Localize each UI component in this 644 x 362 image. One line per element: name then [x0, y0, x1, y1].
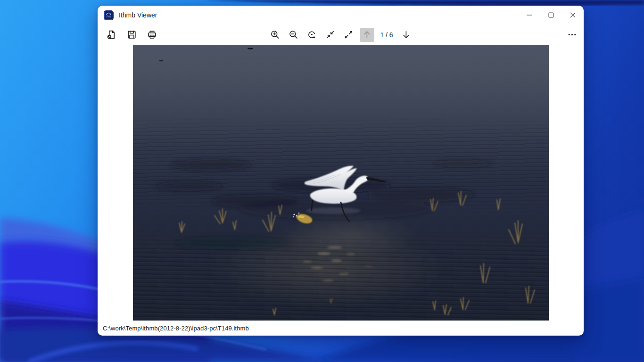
down-arrow-icon: [401, 30, 411, 40]
zoom-out-button[interactable]: [286, 28, 300, 42]
expand-icon: [344, 30, 354, 40]
file-path: C:\work\Temp\ithmb(2012-8-22)\ipad3-pc\T…: [103, 325, 249, 332]
toolbar-file-group: [104, 28, 159, 42]
next-image-button[interactable]: [399, 28, 413, 42]
bird-reflection: [306, 207, 361, 214]
app-window: ITHB Ithmb Viewer: [98, 6, 584, 336]
more-button[interactable]: [565, 28, 579, 42]
rotate-button[interactable]: [305, 28, 319, 42]
zoom-in-icon: [270, 30, 280, 40]
window-controls: [519, 6, 584, 25]
statusbar: C:\work\Temp\ithmb(2012-8-22)\ipad3-pc\T…: [98, 321, 584, 336]
expand-button[interactable]: [341, 28, 355, 42]
more-icon: [567, 30, 577, 40]
minimize-button[interactable]: [519, 6, 540, 25]
maximize-button[interactable]: [540, 6, 562, 25]
close-button[interactable]: [562, 6, 584, 25]
desktop-wallpaper: ITHB Ithmb Viewer: [0, 0, 644, 362]
distant-specks: [159, 48, 254, 61]
light-reflection-streaks: [303, 246, 373, 281]
print-icon: [147, 30, 157, 40]
open-file-button[interactable]: [104, 28, 118, 42]
shrink-to-fit-button[interactable]: [323, 28, 337, 42]
titlebar: ITHB Ithmb Viewer: [98, 6, 584, 25]
rotate-icon: [307, 30, 317, 40]
window-title: Ithmb Viewer: [119, 11, 157, 19]
water-dark-patches: [157, 159, 492, 249]
zoom-in-button[interactable]: [268, 28, 282, 42]
save-button[interactable]: [124, 28, 139, 42]
open-file-icon: [107, 30, 116, 40]
toolbar: 1 / 6: [98, 25, 584, 45]
egret-eye: [366, 177, 367, 178]
photo-egret[interactable]: [133, 45, 549, 321]
shrink-to-fit-icon: [325, 30, 335, 40]
save-icon: [127, 30, 137, 40]
photo-scene: [133, 45, 549, 321]
previous-image-button[interactable]: [360, 28, 374, 42]
page-indicator: 1 / 6: [378, 31, 395, 39]
svg-text:ITHB: ITHB: [106, 15, 111, 17]
toolbar-more-group: [565, 28, 579, 42]
zoom-out-icon: [289, 30, 298, 40]
toolbar-view-group: 1 / 6: [268, 28, 413, 42]
photo-viewport: [98, 45, 584, 321]
up-arrow-icon: [362, 30, 372, 40]
app-icon: ITHB: [104, 10, 114, 20]
print-button[interactable]: [145, 28, 159, 42]
